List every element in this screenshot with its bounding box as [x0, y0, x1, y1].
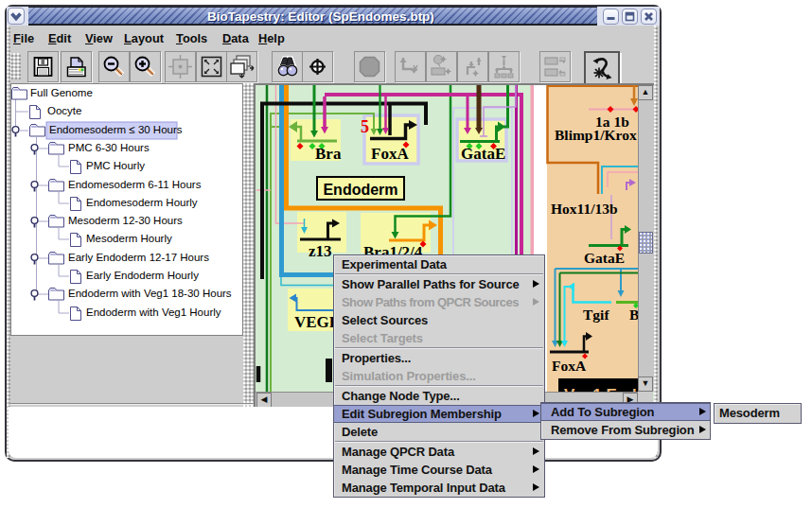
- svg-text:Tgif: Tgif: [583, 307, 609, 323]
- svg-text:z13: z13: [309, 242, 332, 260]
- svg-text:GataE: GataE: [461, 145, 505, 163]
- svg-text:GataE: GataE: [584, 250, 625, 266]
- svg-text:FoxA: FoxA: [552, 358, 587, 374]
- svg-text:Blimp1/Krox: Blimp1/Krox: [555, 127, 637, 143]
- svg-text:5: 5: [361, 117, 369, 136]
- svg-text:FoxA: FoxA: [371, 145, 409, 163]
- svg-text:Bra: Bra: [315, 145, 342, 163]
- svg-text:Hox11/13b: Hox11/13b: [551, 201, 618, 217]
- svg-text:Endoderm: Endoderm: [323, 182, 397, 198]
